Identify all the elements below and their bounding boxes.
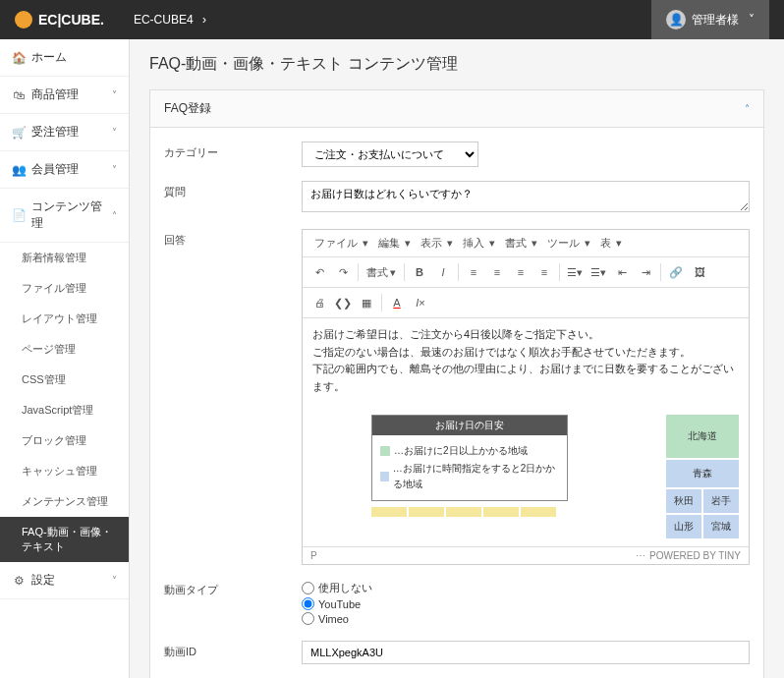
video-id-input[interactable]	[302, 641, 750, 664]
cart-icon: 🛒	[12, 126, 26, 140]
user-menu[interactable]: 👤 管理者様 ˅	[651, 0, 769, 39]
chevron-down-icon: ˅	[112, 127, 117, 138]
map-yamagata: 山形	[666, 515, 701, 538]
table-icon[interactable]: ▦	[356, 292, 377, 313]
list-number-icon[interactable]: ☰▾	[588, 261, 609, 283]
main-content: FAQ-動画・画像・テキスト コンテンツ管理 FAQ登録 ˄ カテゴリー ご注文…	[130, 39, 784, 678]
map-akita: 秋田	[666, 489, 701, 513]
chevron-down-icon: ˅	[112, 164, 117, 175]
collapse-icon[interactable]: ˄	[745, 103, 750, 114]
page-title: FAQ-動画・画像・テキスト コンテンツ管理	[149, 54, 764, 75]
menu-view[interactable]: 表示 ▾	[417, 234, 455, 253]
sidebar-item-settings[interactable]: ⚙ 設定 ˅	[0, 562, 129, 599]
map-miyagi: 宮城	[703, 515, 739, 538]
sidebar: 🏠 ホーム 🛍 商品管理 ˅ 🛒 受注管理 ˅ 👥 会員管理 ˅ 📄 コンテンツ…	[0, 39, 130, 678]
source-icon[interactable]: ❮❯	[332, 292, 354, 313]
clear-format-icon[interactable]: I×	[410, 292, 431, 313]
delivery-map-figure: お届け日の目安 …お届けに2日以上かかる地域 …お届けに時間指定をすると2日かか…	[312, 415, 739, 538]
editor-content[interactable]: お届けご希望日は、ご注文から4日後以降をご指定下さい。 ご指定のない場合は、最速…	[303, 318, 749, 546]
sidebar-sub-news[interactable]: 新着情報管理	[0, 243, 129, 273]
gear-icon: ⚙	[12, 574, 26, 588]
outdent-icon[interactable]: ⇤	[611, 261, 633, 283]
map-hokkaido: 北海道	[666, 415, 739, 458]
indent-icon[interactable]: ⇥	[635, 261, 656, 283]
menu-edit[interactable]: 編集 ▾	[374, 234, 413, 253]
sidebar-sub-cache[interactable]: キャッシュ管理	[0, 456, 129, 486]
top-header: EC|CUBE. EC-CUBE4 › 👤 管理者様 ˅	[0, 0, 784, 39]
chevron-down-icon: ˅	[112, 89, 117, 100]
sidebar-item-home[interactable]: 🏠 ホーム	[0, 39, 129, 77]
video-type-label: 動画タイプ	[164, 579, 302, 597]
breadcrumb[interactable]: EC-CUBE4 ›	[134, 13, 206, 27]
map-iwate: 岩手	[703, 489, 739, 513]
format-dropdown[interactable]: 書式 ▾	[363, 263, 400, 282]
menu-file[interactable]: ファイル ▾	[310, 234, 370, 253]
align-justify-icon[interactable]: ≡	[533, 261, 555, 283]
editor-toolbar-2: 🖨 ❮❯ ▦ A I×	[303, 288, 749, 318]
rich-editor: ファイル ▾ 編集 ▾ 表示 ▾ 挿入 ▾ 書式 ▾ ツール ▾ 表 ▾ ↶ ↷	[302, 229, 750, 565]
print-icon[interactable]: 🖨	[308, 292, 330, 313]
video-type-none[interactable]: 使用しない	[302, 581, 750, 595]
align-center-icon[interactable]: ≡	[486, 261, 508, 283]
sidebar-sub-maintenance[interactable]: メンテナンス管理	[0, 486, 129, 517]
legend-swatch-blue	[380, 472, 389, 481]
question-label: 質問	[164, 181, 302, 199]
menu-tools[interactable]: ツール ▾	[543, 234, 592, 253]
menu-insert[interactable]: 挿入 ▾	[459, 234, 497, 253]
powered-by[interactable]: POWERED BY TINY	[649, 550, 741, 561]
sidebar-item-label: 設定	[31, 572, 55, 589]
question-input[interactable]: お届け日数はどれくらいですか？	[302, 181, 750, 212]
home-icon: 🏠	[12, 51, 26, 65]
link-icon[interactable]: 🔗	[665, 261, 687, 283]
map-grid: 北海道 青森 秋田 岩手 山形 宮城	[666, 415, 739, 538]
chevron-down-icon: ˅	[749, 13, 755, 27]
sidebar-sub-js[interactable]: JavaScript管理	[0, 395, 129, 425]
video-type-vimeo[interactable]: Vimeo	[302, 612, 750, 625]
panel-header[interactable]: FAQ登録 ˄	[150, 90, 763, 128]
brand-logo[interactable]: EC|CUBE.	[15, 11, 104, 28]
video-type-youtube[interactable]: YouTube	[302, 597, 750, 610]
panel-title: FAQ登録	[164, 100, 211, 117]
editor-toolbar-1: ↶ ↷ 書式 ▾ B I ≡ ≡ ≡ ≡	[303, 257, 749, 288]
chevron-down-icon: ˅	[112, 575, 117, 586]
list-bullet-icon[interactable]: ☰▾	[564, 261, 586, 283]
category-select[interactable]: ご注文・お支払いについて	[302, 141, 478, 167]
answer-label: 回答	[164, 229, 302, 248]
sidebar-item-order[interactable]: 🛒 受注管理 ˅	[0, 114, 129, 151]
legend-title: お届け日の目安	[372, 416, 567, 435]
sidebar-sub-layout[interactable]: レイアウト管理	[0, 304, 129, 334]
sidebar-sub-css[interactable]: CSS管理	[0, 365, 129, 395]
category-label: カテゴリー	[164, 141, 302, 160]
product-icon: 🛍	[12, 88, 26, 102]
avatar-icon: 👤	[666, 10, 686, 29]
sidebar-sub-block[interactable]: ブロック管理	[0, 425, 129, 456]
menu-table[interactable]: 表 ▾	[596, 234, 624, 253]
redo-icon[interactable]: ↷	[332, 261, 354, 283]
italic-icon[interactable]: I	[432, 261, 454, 283]
align-right-icon[interactable]: ≡	[510, 261, 532, 283]
editor-statusbar: P ⋯ POWERED BY TINY	[303, 546, 749, 564]
align-left-icon[interactable]: ≡	[463, 261, 484, 283]
user-label: 管理者様	[692, 12, 739, 28]
map-legend: お届け日の目安 …お届けに2日以上かかる地域 …お届けに時間指定をすると2日かか…	[371, 415, 568, 501]
sidebar-item-label: 受注管理	[31, 124, 79, 141]
faq-panel: FAQ登録 ˄ カテゴリー ご注文・お支払いについて 質問	[149, 89, 764, 678]
document-icon: 📄	[12, 208, 26, 222]
sidebar-item-member[interactable]: 👥 会員管理 ˅	[0, 151, 129, 189]
bold-icon[interactable]: B	[409, 261, 430, 283]
undo-icon[interactable]: ↶	[308, 261, 330, 283]
sidebar-sub-faq[interactable]: FAQ-動画・画像・テキスト	[0, 517, 129, 562]
sidebar-item-product[interactable]: 🛍 商品管理 ˅	[0, 77, 129, 114]
sidebar-item-label: 商品管理	[31, 86, 79, 103]
menu-format[interactable]: 書式 ▾	[501, 234, 539, 253]
sidebar-sub-page[interactable]: ページ管理	[0, 334, 129, 365]
chevron-up-icon: ˄	[112, 210, 117, 221]
sidebar-item-label: ホーム	[31, 49, 67, 66]
text-color-icon[interactable]: A	[386, 292, 408, 313]
logo-icon	[15, 11, 32, 28]
image-icon[interactable]: 🖼	[689, 261, 710, 283]
sidebar-item-label: コンテンツ管理	[31, 198, 106, 232]
sidebar-sub-file[interactable]: ファイル管理	[0, 273, 129, 304]
map-aomori: 青森	[666, 460, 739, 487]
sidebar-item-content[interactable]: 📄 コンテンツ管理 ˄	[0, 189, 129, 243]
